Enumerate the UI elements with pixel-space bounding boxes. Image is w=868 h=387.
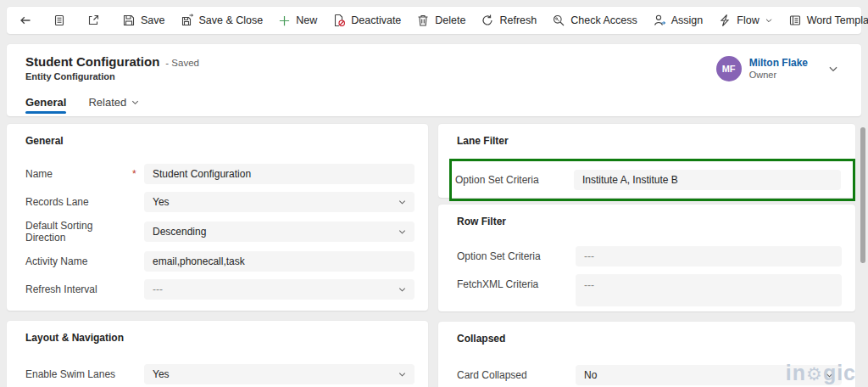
field-label: Activity Name xyxy=(25,255,132,267)
card-collapsed-dropdown[interactable]: No xyxy=(576,365,842,385)
save-close-label: Save & Close xyxy=(199,14,264,26)
row-option-set-criteria-input[interactable]: --- xyxy=(576,246,842,266)
owner-widget[interactable]: MF Milton Flake Owner xyxy=(716,56,839,81)
name-input[interactable]: Student Configuration xyxy=(144,164,415,184)
page-title: Student Configuration xyxy=(25,54,159,69)
flow-button[interactable]: Flow xyxy=(711,9,779,31)
owner-role-label: Owner xyxy=(749,70,808,81)
field-row-records-lane: Records Lane Yes xyxy=(25,192,415,212)
highlight-box: Option Set Criteria Institute A, Institu… xyxy=(449,159,855,201)
section-title: Layout & Navigation xyxy=(25,332,415,344)
required-indicator xyxy=(132,168,144,180)
section-general: General Name Student Configuration Recor… xyxy=(7,124,428,311)
header-expand-chevron-icon[interactable] xyxy=(827,63,839,75)
delete-button[interactable]: Delete xyxy=(409,9,472,31)
field-row-card-collapsed: Card Collapsed No xyxy=(457,365,842,385)
tab-general[interactable]: General xyxy=(25,96,66,116)
field-label: Option Set Criteria xyxy=(455,174,562,186)
field-label: Default Sorting Direction xyxy=(25,220,132,244)
chevron-down-icon xyxy=(398,227,407,237)
tab-related[interactable]: Related xyxy=(88,96,140,116)
save-button[interactable]: Save xyxy=(115,9,172,31)
record-header: Student Configuration - Saved Entity Con… xyxy=(7,44,861,116)
word-templates-icon xyxy=(788,14,802,27)
chevron-down-icon xyxy=(398,370,407,379)
section-title: Lane Filter xyxy=(457,135,842,147)
chevron-down-icon xyxy=(131,98,140,107)
activity-name-input[interactable]: email,phonecall,task xyxy=(144,251,415,272)
check-access-icon xyxy=(552,14,565,27)
assign-label: Assign xyxy=(671,14,704,26)
field-row-activity-name: Activity Name email,phonecall,task xyxy=(25,251,415,272)
fetchxml-criteria-textarea[interactable]: --- xyxy=(576,274,842,306)
records-lane-dropdown[interactable]: Yes xyxy=(144,192,415,212)
check-access-label: Check Access xyxy=(570,14,637,26)
refresh-button[interactable]: Refresh xyxy=(474,9,543,31)
field-row-name: Name Student Configuration xyxy=(25,164,415,184)
lane-option-set-criteria-input[interactable]: Institute A, Institute B xyxy=(574,170,841,190)
field-row-fetchxml-criteria: FetchXML Criteria --- xyxy=(457,274,842,306)
flow-icon xyxy=(718,14,732,27)
scrollbar-thumb[interactable] xyxy=(860,127,865,263)
refresh-icon xyxy=(481,14,494,27)
plus-icon xyxy=(278,14,291,27)
left-column: General Name Student Configuration Recor… xyxy=(7,124,428,387)
section-title: General xyxy=(25,135,415,147)
section-lane-filter: Lane Filter Option Set Criteria Institut… xyxy=(438,124,855,198)
field-row-default-sorting: Default Sorting Direction Descending xyxy=(25,220,415,244)
enable-swim-lanes-dropdown[interactable]: Yes xyxy=(144,364,415,384)
deactivate-button[interactable]: Deactivate xyxy=(326,9,408,31)
assign-button[interactable]: Assign xyxy=(646,9,710,31)
delete-label: Delete xyxy=(435,14,465,26)
save-icon xyxy=(122,14,136,27)
field-label: Card Collapsed xyxy=(457,369,564,381)
chevron-down-icon xyxy=(398,285,407,294)
chevron-down-icon xyxy=(765,16,773,25)
form-icon xyxy=(53,14,66,27)
owner-name-link[interactable]: Milton Flake xyxy=(749,57,808,70)
save-close-button[interactable]: Save & Close xyxy=(174,9,270,31)
field-label: Records Lane xyxy=(25,196,132,208)
form-selector-button[interactable] xyxy=(47,9,71,31)
assign-person-icon xyxy=(653,14,666,27)
deactivate-label: Deactivate xyxy=(351,14,401,26)
scrollbar[interactable] xyxy=(858,119,868,387)
trash-icon xyxy=(416,14,430,27)
refresh-label: Refresh xyxy=(499,14,537,26)
save-label: Save xyxy=(141,14,165,26)
form-tabs: General Related xyxy=(25,96,140,116)
check-access-button[interactable]: Check Access xyxy=(545,9,644,31)
default-sorting-dropdown[interactable]: Descending xyxy=(144,222,415,242)
save-status: - Saved xyxy=(165,58,199,68)
field-label: Enable Swim Lanes xyxy=(25,368,132,380)
back-button[interactable] xyxy=(14,9,37,31)
section-row-filter: Row Filter Option Set Criteria --- Fetch… xyxy=(438,205,855,311)
command-bar: Save Save & Close New Deactivate Delete … xyxy=(7,7,861,34)
field-row-refresh-interval: Refresh Interval --- xyxy=(25,279,415,300)
new-label: New xyxy=(296,14,317,26)
popout-button[interactable] xyxy=(81,9,105,31)
field-row-enable-swim-lanes: Enable Swim Lanes Yes xyxy=(25,364,415,384)
new-button[interactable]: New xyxy=(271,9,324,31)
flow-label: Flow xyxy=(737,14,759,26)
field-label: Refresh Interval xyxy=(25,283,132,295)
deactivate-icon xyxy=(332,14,346,27)
chevron-down-icon xyxy=(398,198,407,207)
field-row-option-set-criteria: Option Set Criteria Institute A, Institu… xyxy=(455,170,841,190)
section-collapsed: Collapsed Card Collapsed No xyxy=(438,322,855,387)
word-templates-button[interactable]: Word Templates xyxy=(782,9,868,31)
field-label: Name xyxy=(25,168,132,180)
back-arrow-icon xyxy=(19,14,32,27)
field-label: FetchXML Criteria xyxy=(457,274,564,290)
refresh-interval-dropdown[interactable]: --- xyxy=(144,279,415,300)
section-title: Row Filter xyxy=(457,216,842,227)
owner-avatar: MF xyxy=(716,56,742,81)
chevron-down-icon xyxy=(825,371,834,380)
save-close-icon xyxy=(181,14,194,27)
right-column: Lane Filter Option Set Criteria Institut… xyxy=(438,124,855,387)
field-label: Option Set Criteria xyxy=(457,250,564,262)
word-templates-label: Word Templates xyxy=(807,14,868,26)
field-row-option-set-criteria: Option Set Criteria --- xyxy=(457,246,842,266)
popout-icon xyxy=(86,14,100,27)
section-layout-navigation: Layout & Navigation Enable Swim Lanes Ye… xyxy=(7,321,428,387)
